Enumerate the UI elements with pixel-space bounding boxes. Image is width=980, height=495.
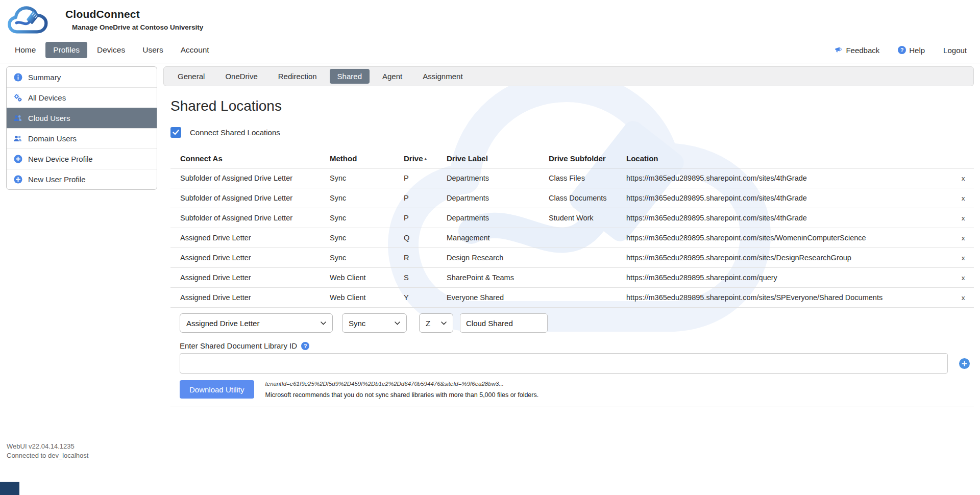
cell-connect-as: Assigned Drive Letter	[170, 228, 330, 248]
table-row: Assigned Drive Letter Web Client S Share…	[170, 268, 974, 288]
cell-drive: P	[404, 208, 447, 228]
remove-row-button[interactable]: x	[959, 253, 968, 263]
add-location-button[interactable]	[959, 358, 970, 369]
cell-connect-as: Subfolder of Assigned Drive Letter	[170, 188, 330, 208]
gears-icon	[13, 94, 22, 102]
sort-asc-icon: ▴	[425, 156, 427, 161]
tab-assignment[interactable]: Assignment	[415, 69, 470, 84]
library-id-label: Enter Shared Document Library ID	[180, 341, 297, 350]
table-row: Subfolder of Assigned Drive Letter Sync …	[170, 208, 974, 228]
cell-connect-as: Subfolder of Assigned Drive Letter	[170, 168, 330, 188]
profiles-sidebar: Summary	[6, 66, 157, 190]
footer-corner-decoration	[0, 482, 19, 495]
column-connect-as: Connect As	[170, 150, 330, 168]
table-row: Assigned Drive Letter Sync Q Management …	[170, 228, 974, 248]
cell-drive-subfolder	[549, 248, 626, 268]
tab-shared[interactable]: Shared	[330, 69, 370, 84]
shared-locations-table: Connect As Method Drive▴ Drive Label Dri…	[170, 150, 974, 308]
feedback-link[interactable]: Feedback	[835, 46, 879, 55]
cell-location: https://m365edu289895.sharepoint.com/sit…	[626, 288, 952, 308]
table-row: Subfolder of Assigned Drive Letter Sync …	[170, 188, 974, 208]
megaphone-icon	[835, 46, 843, 54]
cell-location: https://m365edu289895.sharepoint.com/sit…	[626, 168, 952, 188]
tab-redirection[interactable]: Redirection	[271, 69, 325, 84]
cell-location: https://m365edu289895.sharepoint.com/que…	[626, 268, 952, 288]
sidebar-item-summary[interactable]: Summary	[7, 67, 157, 87]
remove-row-button[interactable]: x	[959, 193, 968, 203]
app-tagline: Manage OneDrive at Contoso University	[72, 23, 203, 31]
cell-connect-as: Subfolder of Assigned Drive Letter	[170, 208, 330, 228]
section-divider	[170, 407, 974, 407]
logout-link[interactable]: Logout	[943, 46, 967, 55]
remove-row-button[interactable]: x	[959, 293, 968, 303]
cell-method: Sync	[330, 248, 404, 268]
cell-drive-label: Everyone Shared	[447, 288, 549, 308]
cell-drive-subfolder: Class Files	[549, 168, 626, 188]
sync-recommendation-note: Microsoft recommends that you do not syn…	[265, 391, 539, 399]
cell-drive-label: Design Research	[447, 248, 549, 268]
remove-row-button[interactable]: x	[959, 174, 968, 183]
connect-shared-locations-label: Connect Shared Locations	[190, 128, 280, 137]
column-drive[interactable]: Drive▴	[404, 150, 447, 168]
connect-as-select[interactable]: Assigned Drive Letter	[180, 313, 333, 333]
column-drive-label: Drive Label	[447, 150, 549, 168]
remove-row-button[interactable]: x	[959, 233, 968, 243]
nav-item-profiles[interactable]: Profiles	[45, 42, 87, 58]
cloudconnect-logo-icon	[6, 4, 53, 41]
cell-location: https://m365edu289895.sharepoint.com/sit…	[626, 188, 952, 208]
cell-drive: P	[404, 188, 447, 208]
table-row: Assigned Drive Letter Sync R Design Rese…	[170, 248, 974, 268]
tab-general[interactable]: General	[170, 69, 212, 84]
cell-method: Web Client	[330, 288, 404, 308]
sidebar-item-all-devices[interactable]: All Devices	[7, 87, 157, 108]
page-title: Shared Locations	[170, 98, 974, 114]
cell-location: https://m365edu289895.sharepoint.com/sit…	[626, 228, 952, 248]
app-title: CloudConnect	[65, 8, 203, 20]
cell-method: Sync	[330, 188, 404, 208]
footer-info: WebUI v22.04.14.1235 Connected to dev_lo…	[7, 442, 88, 460]
library-id-input[interactable]	[180, 353, 948, 374]
sidebar-item-new-device-profile[interactable]: New Device Profile	[7, 148, 157, 169]
nav-item-account[interactable]: Account	[173, 42, 217, 58]
table-header-row: Connect As Method Drive▴ Drive Label Dri…	[170, 150, 974, 168]
tab-agent[interactable]: Agent	[375, 69, 410, 84]
webui-version: WebUI v22.04.14.1235	[7, 442, 88, 451]
users-icon	[13, 135, 22, 142]
chevron-down-icon	[395, 321, 400, 325]
cell-drive-subfolder	[549, 288, 626, 308]
drive-letter-select[interactable]: Z	[419, 313, 453, 333]
remove-row-button[interactable]: x	[959, 213, 968, 223]
column-drive-subfolder: Drive Subfolder	[549, 150, 626, 168]
cell-method: Sync	[330, 228, 404, 248]
cell-connect-as: Assigned Drive Letter	[170, 268, 330, 288]
sidebar-item-domain-users[interactable]: Domain Users	[7, 128, 157, 148]
download-utility-button[interactable]: Download Utility	[180, 380, 254, 399]
help-icon[interactable]: ?	[301, 342, 309, 350]
column-method: Method	[330, 150, 404, 168]
cell-drive: R	[404, 248, 447, 268]
help-icon: ?	[898, 46, 906, 54]
help-link[interactable]: ? Help	[898, 46, 925, 55]
connect-shared-locations-checkbox[interactable]	[170, 127, 181, 138]
cell-drive-subfolder	[549, 268, 626, 288]
cell-drive: Y	[404, 288, 447, 308]
sidebar-item-new-user-profile[interactable]: New User Profile	[7, 169, 157, 189]
cell-method: Sync	[330, 168, 404, 188]
nav-item-users[interactable]: Users	[135, 42, 170, 58]
cell-location: https://m365edu289895.sharepoint.com/sit…	[626, 248, 952, 268]
plus-circle-icon	[13, 175, 22, 184]
nav-item-devices[interactable]: Devices	[89, 42, 133, 58]
sidebar-item-cloud-users[interactable]: Cloud Users	[7, 108, 157, 128]
drive-label-input[interactable]	[460, 313, 548, 333]
cell-location: https://m365edu289895.sharepoint.com/sit…	[626, 208, 952, 228]
plus-circle-icon	[13, 155, 22, 163]
info-icon	[13, 73, 22, 82]
column-location: Location	[626, 150, 952, 168]
primary-nav: Home Profiles Devices Users Account	[7, 42, 217, 58]
cell-connect-as: Assigned Drive Letter	[170, 248, 330, 268]
connection-status: Connected to dev_localhost	[7, 451, 88, 460]
tab-onedrive[interactable]: OneDrive	[217, 69, 265, 84]
nav-item-home[interactable]: Home	[7, 42, 43, 58]
method-select[interactable]: Sync	[342, 313, 407, 333]
remove-row-button[interactable]: x	[959, 273, 968, 283]
